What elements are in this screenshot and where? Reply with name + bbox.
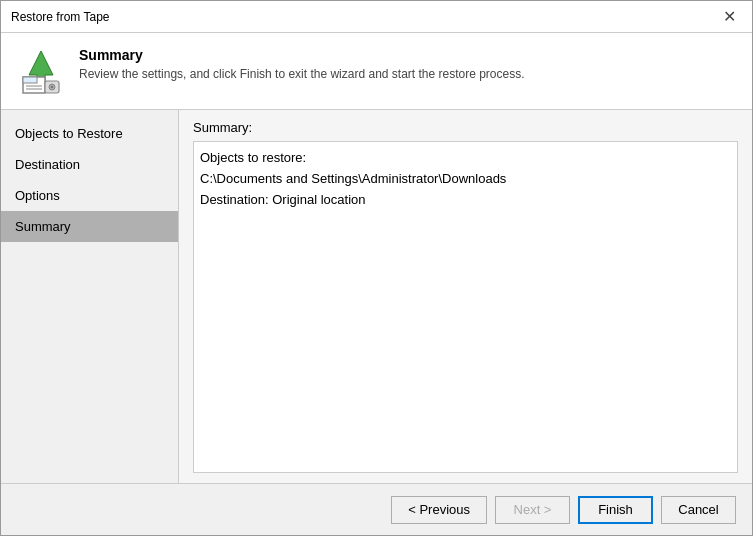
summary-label: Summary: [193,120,738,135]
content-area: Objects to Restore Destination Options S… [1,110,752,483]
main-content: Summary: Objects to restore: C:\Document… [179,110,752,483]
header-subtitle: Review the settings, and click Finish to… [79,67,525,81]
summary-box: Objects to restore: C:\Documents and Set… [193,141,738,473]
title-bar: Restore from Tape ✕ [1,1,752,33]
sidebar-item-summary[interactable]: Summary [1,211,178,242]
svg-rect-2 [23,77,37,83]
sidebar: Objects to Restore Destination Options S… [1,110,179,483]
finish-button[interactable]: Finish [578,496,653,524]
summary-line-3: Destination: Original location [200,190,731,211]
next-button[interactable]: Next > [495,496,570,524]
dialog-title: Restore from Tape [11,10,110,24]
close-button[interactable]: ✕ [717,7,742,27]
title-bar-left: Restore from Tape [11,10,110,24]
header-text: Summary Review the settings, and click F… [79,47,525,81]
previous-button[interactable]: < Previous [391,496,487,524]
sidebar-item-objects-to-restore[interactable]: Objects to Restore [1,118,178,149]
footer: < Previous Next > Finish Cancel [1,483,752,535]
sidebar-item-destination[interactable]: Destination [1,149,178,180]
restore-from-tape-dialog: Restore from Tape ✕ Summary Review the s… [0,0,753,536]
cancel-button[interactable]: Cancel [661,496,736,524]
header-section: Summary Review the settings, and click F… [1,33,752,110]
restore-icon [17,47,65,95]
summary-line-2: C:\Documents and Settings\Administrator\… [200,169,731,190]
sidebar-item-options[interactable]: Options [1,180,178,211]
header-title: Summary [79,47,525,63]
summary-line-1: Objects to restore: [200,148,731,169]
svg-point-7 [51,86,53,88]
